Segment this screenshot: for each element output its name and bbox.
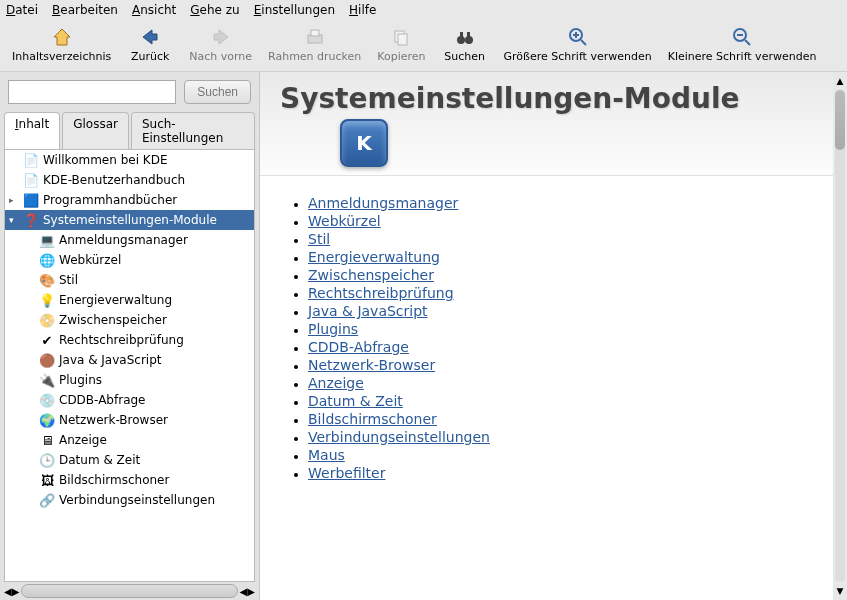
tab-search-settings[interactable]: Such-Einstellungen — [131, 112, 255, 149]
zoom-in-icon — [568, 26, 588, 48]
tree-item[interactable]: 🖼Bildschirmschoner — [5, 470, 254, 490]
content-link[interactable]: Energieverwaltung — [308, 249, 440, 265]
back-icon — [140, 26, 160, 48]
tab-content[interactable]: Inhalt — [4, 112, 60, 149]
content-link[interactable]: Verbindungseinstellungen — [308, 429, 490, 445]
content-link[interactable]: Java & JavaScript — [308, 303, 428, 319]
back-button[interactable]: Zurück — [121, 24, 179, 65]
content-link[interactable]: Rechtschreibprüfung — [308, 285, 454, 301]
content-link[interactable]: Datum & Zeit — [308, 393, 403, 409]
content-link[interactable]: Webkürzel — [308, 213, 381, 229]
vscrollbar[interactable]: ▲ ▼ — [833, 72, 847, 600]
tree-item[interactable]: 📄KDE-Benutzerhandbuch — [5, 170, 254, 190]
tree-item-label: Bildschirmschoner — [59, 473, 169, 487]
list-item: Datum & Zeit — [308, 392, 803, 410]
tree-item[interactable]: 📀Zwischenspeicher — [5, 310, 254, 330]
hscrollbar[interactable] — [21, 584, 237, 598]
menu-file[interactable]: Datei — [6, 3, 38, 17]
tree-item[interactable]: ▸🟦Programmhandbücher — [5, 190, 254, 210]
tree-item-label: Anzeige — [59, 433, 107, 447]
tree-item[interactable]: ✔Rechtschreibprüfung — [5, 330, 254, 350]
expander-icon[interactable]: ▾ — [9, 215, 19, 225]
content-link[interactable]: Zwischenspeicher — [308, 267, 434, 283]
content-link[interactable]: Werbefilter — [308, 465, 385, 481]
tree-item-label: Programmhandbücher — [43, 193, 177, 207]
search-button[interactable]: Suchen — [184, 80, 251, 104]
left-panel: Suchen Inhalt Glossar Such-Einstellungen… — [0, 72, 260, 600]
scroll-left-icon[interactable]: ◀▶ — [4, 586, 19, 597]
plugin-icon: 🔌 — [39, 372, 55, 388]
content-pane: Systemeinstellungen-Module K Anmeldungsm… — [260, 72, 847, 600]
svg-marker-1 — [143, 30, 157, 44]
tree-item-label: KDE-Benutzerhandbuch — [43, 173, 185, 187]
expander-icon[interactable]: ▸ — [9, 195, 19, 205]
tree-item[interactable]: 🌐Webkürzel — [5, 250, 254, 270]
svg-rect-9 — [460, 32, 463, 38]
list-item: Bildschirmschoner — [308, 410, 803, 428]
doc-icon: 📄 — [23, 172, 39, 188]
scroll-right-icon[interactable]: ◀▶ — [240, 586, 255, 597]
content-link[interactable]: Maus — [308, 447, 345, 463]
tree-item[interactable]: 🌍Netzwerk-Browser — [5, 410, 254, 430]
search-input[interactable] — [8, 80, 176, 104]
scroll-down-icon[interactable]: ▼ — [837, 586, 844, 596]
vscroll-track[interactable] — [835, 90, 845, 582]
menu-help[interactable]: Hilfe — [349, 3, 376, 17]
list-item: Webkürzel — [308, 212, 803, 230]
doc-icon: 📄 — [23, 152, 39, 168]
content-link[interactable]: Stil — [308, 231, 330, 247]
copy-button: Kopieren — [371, 24, 431, 65]
content-link[interactable]: Anmeldungsmanager — [308, 195, 458, 211]
kde-logo-icon: K — [340, 119, 388, 167]
tree-item[interactable]: 🔌Plugins — [5, 370, 254, 390]
list-item: Anmeldungsmanager — [308, 194, 803, 212]
content-link[interactable]: Plugins — [308, 321, 358, 337]
svg-rect-10 — [467, 32, 470, 38]
list-item: CDDB-Abfrage — [308, 338, 803, 356]
spell-icon: ✔ — [39, 332, 55, 348]
search-row: Suchen — [0, 72, 259, 112]
find-button[interactable]: Suchen — [436, 24, 494, 65]
print-icon — [305, 26, 325, 48]
tree-item[interactable]: 🎨Stil — [5, 270, 254, 290]
power-icon: 💡 — [39, 292, 55, 308]
print-button: Rahmen drucken — [262, 24, 367, 65]
content-link[interactable]: CDDB-Abfrage — [308, 339, 409, 355]
content-link[interactable]: Bildschirmschoner — [308, 411, 437, 427]
tree-item[interactable]: 🔗Verbindungseinstellungen — [5, 490, 254, 510]
web-icon: 🌐 — [39, 252, 55, 268]
list-item: Plugins — [308, 320, 803, 338]
menu-edit[interactable]: Bearbeiten — [52, 3, 118, 17]
tree-item[interactable]: 💿CDDB-Abfrage — [5, 390, 254, 410]
tree-item[interactable]: 💡Energieverwaltung — [5, 290, 254, 310]
toc-button[interactable]: Inhaltsverzeichnis — [6, 24, 117, 65]
tree-item[interactable]: 🖥Anzeige — [5, 430, 254, 450]
tab-glossary[interactable]: Glossar — [62, 112, 129, 149]
kde-icon: 🟦 — [23, 192, 39, 208]
list-item: Rechtschreibprüfung — [308, 284, 803, 302]
menu-settings[interactable]: Einstellungen — [254, 3, 335, 17]
display-icon: 🖥 — [39, 432, 55, 448]
help-icon: ❓ — [23, 212, 39, 228]
tree-item[interactable]: 🟤Java & JavaScript — [5, 350, 254, 370]
tree-item[interactable]: 💻Anmeldungsmanager — [5, 230, 254, 250]
page-title: Systemeinstellungen-Module — [280, 82, 813, 115]
tree-item[interactable]: ▾❓Systemeinstellungen-Module — [5, 210, 254, 230]
connection-icon: 🔗 — [39, 492, 55, 508]
vscroll-thumb[interactable] — [835, 90, 845, 150]
svg-marker-0 — [54, 29, 70, 45]
zoom-in-button[interactable]: Größere Schrift verwenden — [498, 24, 658, 65]
menu-go[interactable]: Gehe zu — [190, 3, 239, 17]
content-tree[interactable]: 📄Willkommen bei KDE📄KDE-Benutzerhandbuch… — [4, 149, 255, 582]
content-link[interactable]: Anzeige — [308, 375, 364, 391]
tree-item-label: Willkommen bei KDE — [43, 153, 168, 167]
content-link[interactable]: Netzwerk-Browser — [308, 357, 435, 373]
page-header: Systemeinstellungen-Module K — [260, 72, 833, 176]
scroll-up-icon[interactable]: ▲ — [837, 76, 844, 86]
menu-view[interactable]: Ansicht — [132, 3, 176, 17]
tree-item[interactable]: 📄Willkommen bei KDE — [5, 150, 254, 170]
zoom-out-button[interactable]: Kleinere Schrift verwenden — [662, 24, 823, 65]
tree-item[interactable]: 🕒Datum & Zeit — [5, 450, 254, 470]
forward-icon — [211, 26, 231, 48]
tree-item-label: Anmeldungsmanager — [59, 233, 188, 247]
